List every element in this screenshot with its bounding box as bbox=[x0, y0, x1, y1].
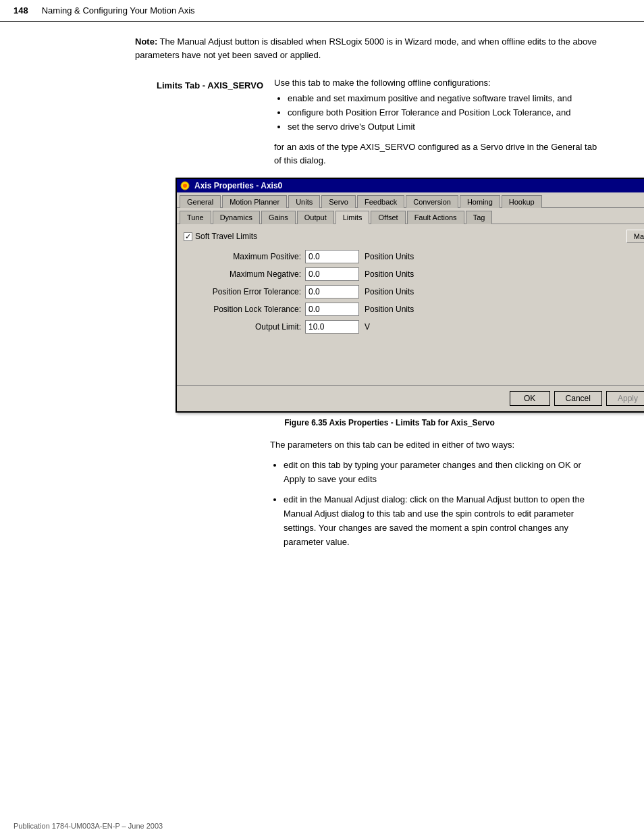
tab-tune[interactable]: Tune bbox=[180, 211, 211, 224]
field-unit-4: V bbox=[365, 322, 370, 332]
field-label-0: Maximum Positive: bbox=[184, 252, 305, 261]
ok-button[interactable]: OK bbox=[510, 391, 550, 406]
tab-homing[interactable]: Homing bbox=[460, 195, 500, 208]
dialog-body: ✓ Soft Travel Limits Manual Adjust... Ma… bbox=[177, 224, 644, 385]
tab-offset[interactable]: Offset bbox=[371, 211, 405, 224]
tab-dynamics[interactable]: Dynamics bbox=[213, 211, 260, 224]
field-row-3: Position Lock Tolerance: Position Units bbox=[184, 303, 644, 316]
cancel-button[interactable]: Cancel bbox=[554, 391, 602, 406]
field-input-1[interactable] bbox=[305, 267, 359, 281]
field-input-4[interactable] bbox=[305, 320, 359, 334]
body-bullet-1: edit on this tab by typing your paramete… bbox=[284, 459, 603, 487]
limits-section: Limits Tab - AXIS_SERVO Use this tab to … bbox=[135, 78, 603, 167]
page-header-title: Naming & Configuring Your Motion Axis bbox=[42, 5, 195, 16]
bullet-item-2: configure both Position Error Tolerance … bbox=[288, 106, 603, 120]
dialog-title: Axis Properties - Axis0 bbox=[194, 181, 282, 190]
body-bullet-2: edit in the Manual Adjust dialog: click … bbox=[284, 493, 603, 549]
soft-travel-limits-label[interactable]: ✓ Soft Travel Limits bbox=[184, 232, 257, 241]
figure-caption: Figure 6.35 Axis Properties - Limits Tab… bbox=[176, 418, 603, 427]
limits-content: Use this tab to make the following offli… bbox=[274, 78, 603, 167]
tab-row-1: General Motion Planner Units Servo Feedb… bbox=[177, 192, 644, 208]
limits-para: for an axis of the type AXIS_SERVO confi… bbox=[274, 140, 603, 167]
field-unit-0: Position Units bbox=[365, 252, 414, 261]
tab-general[interactable]: General bbox=[180, 195, 221, 208]
tab-output[interactable]: Output bbox=[297, 211, 334, 224]
field-label-1: Maximum Negative: bbox=[184, 269, 305, 279]
field-row-1: Maximum Negative: Position Units bbox=[184, 267, 644, 281]
body-bullet-list: edit on this tab by typing your paramete… bbox=[284, 459, 603, 550]
dialog-titlebar: Axis Properties - Axis0 _ □ ✕ bbox=[177, 179, 644, 192]
page-number: 148 bbox=[14, 5, 28, 16]
note-label: Note: bbox=[135, 36, 157, 47]
tab-servo[interactable]: Servo bbox=[321, 195, 356, 208]
field-row-0: Maximum Positive: Position Units bbox=[184, 250, 644, 263]
tab-motion-planner[interactable]: Motion Planner bbox=[222, 195, 287, 208]
tab-feedback[interactable]: Feedback bbox=[357, 195, 404, 208]
tab-tag[interactable]: Tag bbox=[466, 211, 493, 224]
body-text: The parameters on this tab can be edited… bbox=[270, 438, 603, 452]
field-input-0[interactable] bbox=[305, 250, 359, 263]
tab-gains[interactable]: Gains bbox=[261, 211, 296, 224]
field-label-2: Position Error Tolerance: bbox=[184, 287, 305, 296]
field-unit-2: Position Units bbox=[365, 287, 414, 296]
limits-bullets: enable and set maximum positive and nega… bbox=[288, 92, 603, 134]
manual-adjust-button[interactable]: Manual Adjust... bbox=[626, 230, 644, 243]
soft-travel-limits-checkbox[interactable]: ✓ bbox=[184, 232, 192, 241]
note-block: Note: The Manual Adjust button is disabl… bbox=[135, 35, 603, 61]
dialog-title-left: Axis Properties - Axis0 bbox=[180, 180, 282, 191]
note-text: The Manual Adjust button is disabled whe… bbox=[135, 36, 597, 60]
svg-point-1 bbox=[183, 184, 187, 188]
page-footer: Publication 1784-UM003A-EN-P – June 2003 bbox=[0, 818, 644, 834]
tab-units[interactable]: Units bbox=[288, 195, 320, 208]
field-input-3[interactable] bbox=[305, 303, 359, 316]
dialog-window: Axis Properties - Axis0 _ □ ✕ General Mo… bbox=[176, 178, 644, 413]
dialog-container: Axis Properties - Axis0 _ □ ✕ General Mo… bbox=[176, 178, 603, 413]
limits-section-label: Limits Tab - AXIS_SERVO bbox=[135, 78, 263, 93]
soft-travel-limits-text: Soft Travel Limits bbox=[195, 232, 257, 241]
form-row-top: ✓ Soft Travel Limits Manual Adjust... bbox=[184, 230, 644, 243]
tab-hookup[interactable]: Hookup bbox=[502, 195, 542, 208]
field-unit-3: Position Units bbox=[365, 305, 414, 314]
tab-limits[interactable]: Limits bbox=[336, 211, 370, 224]
publication-info: Publication 1784-UM003A-EN-P – June 2003 bbox=[14, 822, 163, 830]
tab-conversion[interactable]: Conversion bbox=[406, 195, 458, 208]
dialog-footer: OK Cancel Apply Help bbox=[177, 385, 644, 411]
field-input-2[interactable] bbox=[305, 285, 359, 298]
page: 148 Naming & Configuring Your Motion Axi… bbox=[0, 0, 644, 570]
page-header: 148 Naming & Configuring Your Motion Axi… bbox=[0, 0, 644, 22]
content: Note: The Manual Adjust button is disabl… bbox=[0, 22, 644, 570]
bullet-item-3: set the servo drive's Output Limit bbox=[288, 120, 603, 134]
limits-intro: Use this tab to make the following offli… bbox=[274, 78, 603, 88]
form-fields: Maximum Positive: Position Units Maximum… bbox=[184, 250, 644, 334]
apply-button[interactable]: Apply bbox=[606, 391, 644, 406]
field-label-3: Position Lock Tolerance: bbox=[184, 305, 305, 314]
field-unit-1: Position Units bbox=[365, 269, 414, 279]
field-row-4: Output Limit: V bbox=[184, 320, 644, 334]
tab-fault-actions[interactable]: Fault Actions bbox=[407, 211, 464, 224]
field-label-4: Output Limit: bbox=[184, 322, 305, 332]
tab-row-2: Tune Dynamics Gains Output Limits Offset… bbox=[177, 208, 644, 224]
dialog-icon bbox=[180, 180, 190, 191]
bullet-item-1: enable and set maximum positive and nega… bbox=[288, 92, 603, 106]
field-row-2: Position Error Tolerance: Position Units bbox=[184, 285, 644, 298]
body-spacer bbox=[184, 338, 644, 378]
